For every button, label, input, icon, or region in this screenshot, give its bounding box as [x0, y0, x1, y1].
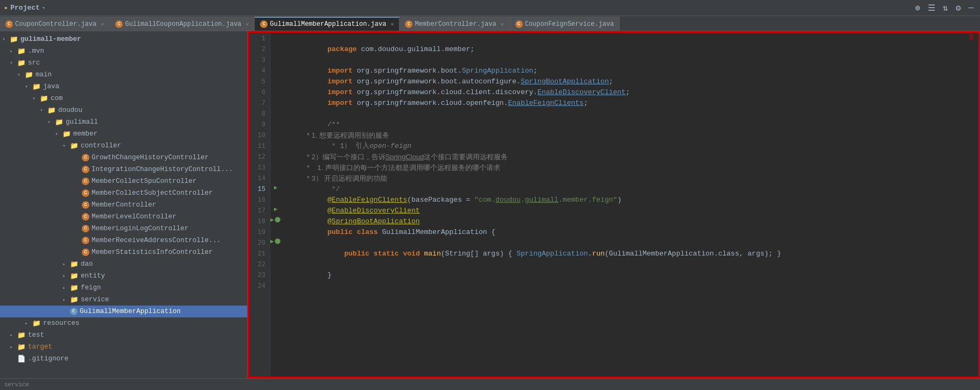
- tree-arrow-main: ▾: [17, 72, 25, 78]
- folder-icon-com: 📁: [40, 94, 48, 103]
- tree-item-dao[interactable]: ▸ 📁 dao: [0, 258, 247, 270]
- tree-item-gitignore[interactable]: 📄 .gitignore: [0, 353, 247, 365]
- tree-label-resources: resources: [43, 320, 80, 327]
- line-numbers: 1 2 3 4 5 6 7 8 9 10 11 12 13 14 15 16 1…: [248, 31, 270, 378]
- folder-icon-target: 📁: [17, 343, 26, 351]
- tree-item-entity[interactable]: ▸ 📁 entity: [0, 270, 247, 282]
- run-icon-17[interactable]: ▶: [274, 205, 278, 212]
- tree-item-gulimall[interactable]: ▾ 📁 gulimall: [0, 116, 247, 128]
- tab-close-gulimall-coupon-app[interactable]: ✕: [246, 21, 249, 27]
- settings-icon[interactable]: ⚙: [954, 2, 963, 15]
- tree-item-gulimall-member-application[interactable]: C GulimallMemberApplication: [0, 306, 247, 317]
- folder-icon-resources: 📁: [32, 319, 41, 328]
- tree-label-test: test: [28, 331, 44, 339]
- main-content: ▾ 📁 gulimall-member ▸ 📁 .mvn ▾ 📁 src ▾ 📁…: [0, 31, 980, 378]
- tree-label-feign: feign: [81, 284, 101, 292]
- globe-icon[interactable]: ⊕: [913, 2, 922, 15]
- code-editor[interactable]: 1 2 3 4 5 6 7 8 9 10 11 12 13 14 15 16 1…: [248, 31, 980, 378]
- file-icon-gulimall-member-application: C: [70, 308, 78, 315]
- tree-item-src[interactable]: ▾ 📁 src: [0, 57, 247, 69]
- tab-coupon-feign-service[interactable]: C CouponFeignService.java: [510, 17, 620, 31]
- tree-item-member-collect-subject[interactable]: C MemberCollectSubjectController: [0, 187, 247, 199]
- folder-icon-main: 📁: [25, 70, 33, 79]
- code-lines: package com.doudou.gulimall.member; impo…: [281, 31, 980, 378]
- ln-11: 11: [248, 141, 270, 152]
- tree-item-gulimall-member[interactable]: ▾ 📁 gulimall-member: [0, 33, 247, 45]
- tree-item-resources[interactable]: ▸ 📁 resources: [0, 317, 247, 329]
- tree-item-target[interactable]: ▸ 📁 target: [0, 341, 247, 353]
- tree-label-gulimall-member: gulimall-member: [20, 36, 81, 43]
- ln-13: 13: [248, 162, 270, 173]
- tree-item-member[interactable]: ▾ 📁 member: [0, 128, 247, 140]
- tab-gulimall-coupon-app[interactable]: C GulimallCouponApplication.java ✕: [110, 17, 255, 31]
- tree-item-mvn[interactable]: ▸ 📁 .mvn: [0, 45, 247, 57]
- tab-label-coupon-feign-service: CouponFeignService.java: [525, 20, 614, 28]
- ln-2: 2: [248, 44, 270, 55]
- run-icon-18a[interactable]: ▶: [270, 216, 274, 223]
- tree-arrow-test: ▸: [10, 332, 17, 338]
- ln-3: 3: [248, 55, 270, 66]
- file-tree[interactable]: ▾ 📁 gulimall-member ▸ 📁 .mvn ▾ 📁 src ▾ 📁…: [0, 31, 248, 378]
- tree-item-member-receive-address[interactable]: C MemberReceiveAddressControlle...: [0, 235, 247, 246]
- tree-label-com: com: [51, 95, 63, 102]
- tree-label-gulimall-member-application: GulimallMemberApplication: [80, 308, 181, 315]
- tree-item-feign[interactable]: ▸ 📁 feign: [0, 282, 247, 294]
- tree-item-test[interactable]: ▸ 📁 test: [0, 329, 247, 341]
- minimize-icon[interactable]: —: [966, 2, 976, 14]
- sort-icon[interactable]: ⇅: [941, 2, 950, 15]
- tree-item-controller[interactable]: ▾ 📁 controller: [0, 140, 247, 152]
- tree-item-integration-change[interactable]: C IntegrationChangeHistoryControll...: [0, 164, 247, 175]
- tab-close-gulimall-member-app[interactable]: ✕: [390, 21, 394, 27]
- file-icon-member-controller: C: [82, 201, 89, 209]
- ln-22: 22: [248, 259, 270, 270]
- ln-1: 1: [248, 33, 270, 44]
- run-icon-20b[interactable]: ⬤: [275, 238, 281, 244]
- tree-label-member-collect-spu: MemberCollectSpuController: [92, 178, 197, 185]
- tree-item-member-controller[interactable]: C MemberController: [0, 199, 247, 211]
- code-line-20: public static void main(String[] args) {…: [285, 238, 976, 249]
- tree-label-member-controller: MemberController: [92, 201, 156, 209]
- ln-4: 4: [248, 66, 270, 76]
- code-line-8: /**: [285, 109, 976, 119]
- ln-15: 15: [248, 184, 270, 195]
- tree-arrow-entity: ▸: [62, 273, 70, 279]
- tree-item-com[interactable]: ▾ 📁 com: [0, 93, 247, 104]
- tree-arrow-com: ▾: [32, 95, 40, 102]
- tree-item-member-login-log[interactable]: C MemberLoginLogController: [0, 223, 247, 235]
- tree-arrow-service: ▸: [62, 296, 70, 303]
- file-icon-member-level: C: [82, 213, 89, 221]
- file-icon-member-login-log: C: [82, 225, 89, 232]
- status-text: service: [4, 381, 29, 388]
- list-icon[interactable]: ☰: [926, 2, 937, 15]
- ln-12: 12: [248, 152, 270, 162]
- ln-14: 14: [248, 173, 270, 184]
- tree-item-member-statistics-info[interactable]: C MemberStatisticsInfoController: [0, 246, 247, 258]
- run-icon-15[interactable]: ▶: [274, 184, 278, 191]
- code-line-9: * 1. 想要远程调用别的服务: [285, 119, 976, 130]
- run-icon-20a[interactable]: ▶: [270, 238, 274, 245]
- tree-item-main[interactable]: ▾ 📁 main: [0, 69, 247, 81]
- ln-6: 6: [248, 87, 270, 98]
- tab-close-member-controller[interactable]: ✕: [501, 21, 504, 27]
- folder-icon-gulimall: 📁: [55, 118, 64, 126]
- tree-item-growth-change[interactable]: C GrowthChangeHistoryController: [0, 152, 247, 164]
- file-icon-member-statistics-info: C: [82, 249, 89, 256]
- tree-label-member-collect-subject: MemberCollectSubjectController: [92, 189, 213, 197]
- tree-item-member-collect-spu[interactable]: C MemberCollectSpuController: [0, 175, 247, 187]
- ln-18: 18: [248, 216, 270, 227]
- tab-coupon-controller[interactable]: C CouponController.java ✕: [0, 17, 110, 31]
- tree-item-member-level[interactable]: C MemberLevelController: [0, 211, 247, 223]
- code-line-15: @EnableFeignClients(basePackages = "com.…: [285, 184, 976, 195]
- tree-item-service[interactable]: ▸ 📁 service: [0, 294, 247, 306]
- tree-item-java[interactable]: ▾ 📁 java: [0, 81, 247, 93]
- run-icon-18b[interactable]: ⬤: [275, 216, 281, 223]
- tree-arrow-mvn: ▸: [10, 48, 17, 54]
- ln-9: 9: [248, 119, 270, 130]
- tab-gulimall-member-app[interactable]: C GulimallMemberApplication.java ✕: [255, 17, 400, 31]
- tree-item-doudou[interactable]: ▾ 📁 doudou: [0, 104, 247, 116]
- tab-label-member-controller: MemberController.java: [415, 20, 496, 28]
- tab-close-coupon-controller[interactable]: ✕: [101, 21, 104, 27]
- tab-member-controller[interactable]: C MemberController.java ✕: [400, 17, 509, 31]
- tree-label-member-statistics-info: MemberStatisticsInfoController: [92, 249, 213, 256]
- file-icon-gitignore: 📄: [17, 354, 26, 363]
